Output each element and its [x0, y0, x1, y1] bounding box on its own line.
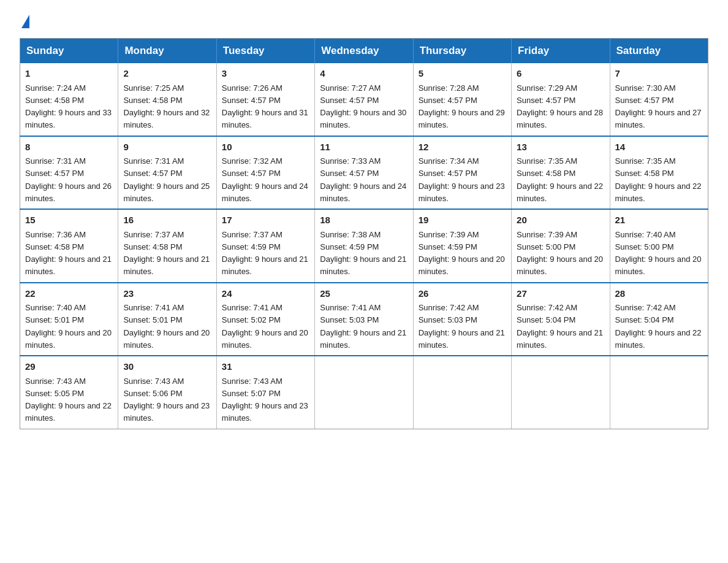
day-number: 12 [419, 140, 506, 155]
day-info: Sunrise: 7:28 AMSunset: 4:57 PMDaylight:… [419, 83, 505, 130]
day-number: 6 [517, 67, 604, 81]
day-cell: 2Sunrise: 7:25 AMSunset: 4:58 PMDaylight… [118, 63, 216, 136]
day-cell: 8Sunrise: 7:31 AMSunset: 4:57 PMDaylight… [20, 136, 118, 210]
day-cell: 16Sunrise: 7:37 AMSunset: 4:58 PMDayligh… [118, 209, 216, 283]
day-cell: 30Sunrise: 7:43 AMSunset: 5:06 PMDayligh… [118, 356, 216, 429]
day-info: Sunrise: 7:31 AMSunset: 4:57 PMDaylight:… [123, 156, 210, 203]
page-header [20, 15, 708, 27]
day-cell: 9Sunrise: 7:31 AMSunset: 4:57 PMDaylight… [118, 136, 216, 210]
day-number: 24 [222, 287, 309, 301]
day-number: 13 [517, 140, 604, 155]
week-row-2: 8Sunrise: 7:31 AMSunset: 4:57 PMDaylight… [20, 136, 708, 210]
day-cell: 19Sunrise: 7:39 AMSunset: 4:59 PMDayligh… [413, 209, 511, 283]
day-cell: 23Sunrise: 7:41 AMSunset: 5:01 PMDayligh… [118, 283, 216, 356]
day-number: 18 [320, 213, 408, 228]
day-cell: 28Sunrise: 7:42 AMSunset: 5:04 PMDayligh… [610, 283, 708, 356]
day-number: 5 [419, 67, 506, 81]
week-row-5: 29Sunrise: 7:43 AMSunset: 5:05 PMDayligh… [20, 356, 708, 429]
day-info: Sunrise: 7:36 AMSunset: 4:58 PMDaylight:… [25, 230, 112, 277]
day-info: Sunrise: 7:40 AMSunset: 5:00 PMDaylight:… [615, 230, 702, 277]
day-number: 22 [25, 287, 113, 301]
day-number: 29 [25, 360, 113, 374]
day-cell: 24Sunrise: 7:41 AMSunset: 5:02 PMDayligh… [216, 283, 314, 356]
header-wednesday: Wednesday [315, 39, 413, 64]
day-cell: 13Sunrise: 7:35 AMSunset: 4:58 PMDayligh… [512, 136, 610, 210]
logo-triangle-icon [21, 15, 29, 28]
day-info: Sunrise: 7:26 AMSunset: 4:57 PMDaylight:… [222, 83, 308, 130]
header-thursday: Thursday [413, 39, 511, 64]
week-row-4: 22Sunrise: 7:40 AMSunset: 5:01 PMDayligh… [20, 283, 708, 356]
day-cell [413, 356, 511, 429]
day-number: 11 [320, 140, 408, 155]
header-tuesday: Tuesday [216, 39, 314, 64]
day-number: 8 [25, 140, 113, 155]
day-cell [315, 356, 413, 429]
day-info: Sunrise: 7:43 AMSunset: 5:07 PMDaylight:… [222, 377, 308, 423]
header-monday: Monday [118, 39, 216, 64]
day-number: 14 [615, 140, 703, 155]
day-number: 1 [25, 67, 113, 81]
day-number: 2 [123, 67, 211, 81]
day-info: Sunrise: 7:40 AMSunset: 5:01 PMDaylight:… [25, 303, 112, 350]
day-info: Sunrise: 7:30 AMSunset: 4:57 PMDaylight:… [615, 83, 702, 130]
calendar-header-row: SundayMondayTuesdayWednesdayThursdayFrid… [20, 39, 708, 64]
day-cell: 12Sunrise: 7:34 AMSunset: 4:57 PMDayligh… [413, 136, 511, 210]
day-info: Sunrise: 7:37 AMSunset: 4:59 PMDaylight:… [222, 230, 308, 277]
day-cell: 18Sunrise: 7:38 AMSunset: 4:59 PMDayligh… [315, 209, 413, 283]
day-cell: 10Sunrise: 7:32 AMSunset: 4:57 PMDayligh… [216, 136, 314, 210]
day-info: Sunrise: 7:32 AMSunset: 4:57 PMDaylight:… [222, 156, 308, 203]
calendar-table: SundayMondayTuesdayWednesdayThursdayFrid… [20, 38, 708, 429]
header-friday: Friday [512, 39, 610, 64]
day-info: Sunrise: 7:43 AMSunset: 5:06 PMDaylight:… [123, 377, 210, 423]
day-number: 16 [123, 213, 211, 228]
day-number: 4 [320, 67, 408, 81]
day-cell: 1Sunrise: 7:24 AMSunset: 4:58 PMDaylight… [20, 63, 118, 136]
day-info: Sunrise: 7:38 AMSunset: 4:59 PMDaylight:… [320, 230, 406, 277]
day-number: 26 [419, 287, 506, 301]
day-cell: 3Sunrise: 7:26 AMSunset: 4:57 PMDaylight… [216, 63, 314, 136]
day-number: 27 [517, 287, 604, 301]
day-cell: 31Sunrise: 7:43 AMSunset: 5:07 PMDayligh… [216, 356, 314, 429]
day-number: 30 [123, 360, 211, 374]
day-number: 7 [615, 67, 703, 81]
day-cell: 22Sunrise: 7:40 AMSunset: 5:01 PMDayligh… [20, 283, 118, 356]
day-number: 28 [615, 287, 703, 301]
day-number: 23 [123, 287, 211, 301]
day-cell: 7Sunrise: 7:30 AMSunset: 4:57 PMDaylight… [610, 63, 708, 136]
week-row-1: 1Sunrise: 7:24 AMSunset: 4:58 PMDaylight… [20, 63, 708, 136]
day-info: Sunrise: 7:29 AMSunset: 4:57 PMDaylight:… [517, 83, 603, 130]
day-cell: 26Sunrise: 7:42 AMSunset: 5:03 PMDayligh… [413, 283, 511, 356]
day-number: 21 [615, 213, 703, 228]
day-number: 15 [25, 213, 113, 228]
day-info: Sunrise: 7:42 AMSunset: 5:03 PMDaylight:… [419, 303, 505, 350]
day-info: Sunrise: 7:31 AMSunset: 4:57 PMDaylight:… [25, 156, 112, 203]
day-cell: 29Sunrise: 7:43 AMSunset: 5:05 PMDayligh… [20, 356, 118, 429]
day-cell [610, 356, 708, 429]
day-cell: 4Sunrise: 7:27 AMSunset: 4:57 PMDaylight… [315, 63, 413, 136]
day-info: Sunrise: 7:39 AMSunset: 4:59 PMDaylight:… [419, 230, 505, 277]
day-info: Sunrise: 7:27 AMSunset: 4:57 PMDaylight:… [320, 83, 406, 130]
day-cell: 5Sunrise: 7:28 AMSunset: 4:57 PMDaylight… [413, 63, 511, 136]
day-cell [512, 356, 610, 429]
day-info: Sunrise: 7:43 AMSunset: 5:05 PMDaylight:… [25, 377, 112, 423]
day-info: Sunrise: 7:35 AMSunset: 4:58 PMDaylight:… [615, 156, 702, 203]
day-info: Sunrise: 7:42 AMSunset: 5:04 PMDaylight:… [615, 303, 702, 350]
day-number: 17 [222, 213, 309, 228]
header-saturday: Saturday [610, 39, 708, 64]
day-info: Sunrise: 7:34 AMSunset: 4:57 PMDaylight:… [419, 156, 505, 203]
day-info: Sunrise: 7:41 AMSunset: 5:03 PMDaylight:… [320, 303, 406, 350]
day-info: Sunrise: 7:25 AMSunset: 4:58 PMDaylight:… [123, 83, 210, 130]
day-info: Sunrise: 7:41 AMSunset: 5:02 PMDaylight:… [222, 303, 308, 350]
day-number: 10 [222, 140, 309, 155]
day-number: 19 [419, 213, 506, 228]
day-cell: 20Sunrise: 7:39 AMSunset: 5:00 PMDayligh… [512, 209, 610, 283]
day-cell: 6Sunrise: 7:29 AMSunset: 4:57 PMDaylight… [512, 63, 610, 136]
week-row-3: 15Sunrise: 7:36 AMSunset: 4:58 PMDayligh… [20, 209, 708, 283]
day-cell: 15Sunrise: 7:36 AMSunset: 4:58 PMDayligh… [20, 209, 118, 283]
day-cell: 27Sunrise: 7:42 AMSunset: 5:04 PMDayligh… [512, 283, 610, 356]
day-cell: 11Sunrise: 7:33 AMSunset: 4:57 PMDayligh… [315, 136, 413, 210]
day-number: 31 [222, 360, 309, 374]
day-number: 3 [222, 67, 309, 81]
header-sunday: Sunday [20, 39, 118, 64]
day-cell: 14Sunrise: 7:35 AMSunset: 4:58 PMDayligh… [610, 136, 708, 210]
